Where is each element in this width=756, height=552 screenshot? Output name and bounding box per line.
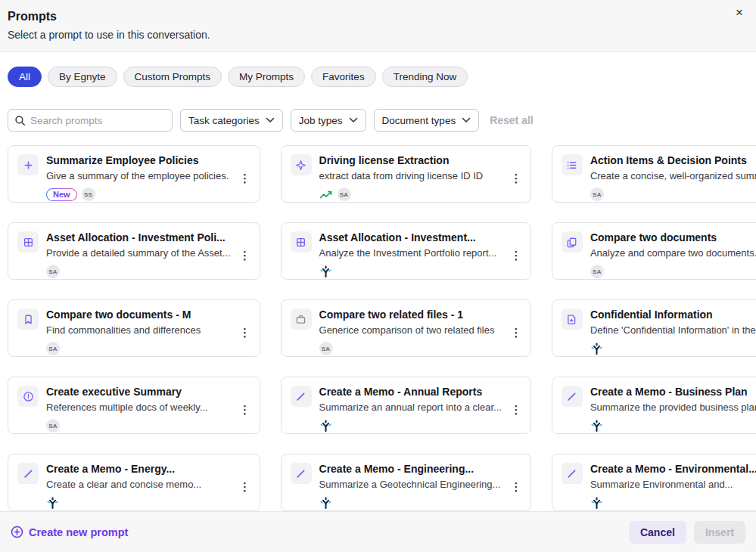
dropdown-document-types[interactable]: Document types <box>374 109 480 132</box>
prompt-title: Action Items & Decision Points <box>590 154 756 167</box>
prompts-dialog: Prompts Select a prompt to use in this c… <box>0 0 756 552</box>
egnyte-logo <box>319 420 332 433</box>
tab-my-prompts[interactable]: My Prompts <box>228 67 305 87</box>
sparkle-icon <box>291 154 312 175</box>
search-input[interactable] <box>30 115 166 126</box>
archive-icon <box>291 309 312 330</box>
prompt-title: Create a Memo - Business Plan <box>590 386 756 398</box>
prompt-card[interactable]: Action Items & Decision Points Create a … <box>552 145 756 203</box>
chevron-down-icon <box>266 117 275 123</box>
prompt-title: Create a Memo - Environmental... <box>590 463 756 476</box>
dropdown-job-types[interactable]: Job types <box>291 109 366 132</box>
prompt-description: Find commonalities and differences <box>46 324 231 336</box>
kebab-menu-icon[interactable]: ⋮ <box>509 232 523 279</box>
filter-bar: Task categoriesJob typesDocument types R… <box>8 109 748 132</box>
chevron-down-icon <box>349 117 358 123</box>
prompt-description: Generice comparison of two related files <box>319 324 502 336</box>
prompt-badges: SA <box>46 419 231 433</box>
user-avatar: SA <box>338 188 351 201</box>
new-badge: New <box>46 188 77 201</box>
prompt-card[interactable]: Asset Allocation - Investment... Analyze… <box>281 222 531 280</box>
egnyte-logo <box>319 497 332 510</box>
kebab-menu-icon[interactable]: ⋮ <box>238 155 252 202</box>
prompt-description: Create a concise, well-organized summar.… <box>590 170 756 182</box>
prompt-description: Analyze the Investment Portfolio report.… <box>319 247 502 259</box>
tab-favorites[interactable]: Favorites <box>311 67 376 87</box>
prompt-badges <box>590 496 756 510</box>
prompt-title: Asset Allocation - Investment Poli... <box>46 231 231 244</box>
prompt-badges: SA <box>46 342 231 355</box>
tab-custom-prompts[interactable]: Custom Prompts <box>123 67 222 87</box>
prompt-card[interactable]: Create a Memo - Energy... Create a clear… <box>8 454 260 511</box>
kebab-menu-icon[interactable]: ⋮ <box>238 386 252 433</box>
user-avatar: SA <box>46 419 60 433</box>
prompt-description: Analyze and compare two documents... <box>590 247 756 259</box>
reset-all-button[interactable]: Reset all <box>490 114 534 126</box>
info-icon <box>17 386 39 407</box>
create-new-prompt-label: Create new prompt <box>29 526 128 538</box>
user-avatar: SA <box>46 342 60 355</box>
plus-icon <box>17 154 39 175</box>
prompt-title: Create executive Summary <box>46 386 231 398</box>
tab-trending-now[interactable]: Trending Now <box>382 67 468 87</box>
prompt-card[interactable]: Compare two documents - M Find commonali… <box>8 299 260 357</box>
prompt-badges: SA <box>319 188 502 201</box>
insert-button[interactable]: Insert <box>694 521 745 544</box>
dropdown-task-categories[interactable]: Task categories <box>180 109 283 132</box>
prompt-card[interactable]: Create a Memo - Business Plan Summarize … <box>552 377 756 434</box>
prompt-description: Summarize the provided business plan int… <box>590 402 756 414</box>
table-icon <box>291 231 312 253</box>
prompt-title: Compare two documents - M <box>46 309 231 321</box>
kebab-menu-icon[interactable]: ⋮ <box>509 155 523 202</box>
kebab-menu-icon[interactable]: ⋮ <box>509 386 523 433</box>
prompt-badges: NewSS <box>46 188 231 201</box>
prompt-card[interactable]: Confidential Information Define 'Confide… <box>552 299 756 357</box>
new-badge-label: New <box>47 189 76 200</box>
prompt-description: Summarize a Geotechnical Engineering... <box>319 479 502 491</box>
prompt-title: Create a Memo - Annual Reports <box>319 386 502 398</box>
prompt-card[interactable]: Compare two related files - 1 Generice c… <box>281 299 531 357</box>
prompt-card[interactable]: Create a Memo - Annual Reports Summarize… <box>281 377 531 434</box>
kebab-menu-icon[interactable]: ⋮ <box>238 232 252 279</box>
create-new-prompt-button[interactable]: Create new prompt <box>11 526 128 538</box>
prompt-badges: SA <box>590 188 756 201</box>
egnyte-logo <box>46 497 59 510</box>
filter-dropdowns: Task categoriesJob typesDocument types <box>180 109 479 132</box>
plus-circle-icon <box>11 526 23 538</box>
prompt-card[interactable]: Asset Allocation - Investment Poli... Pr… <box>8 222 260 280</box>
filter-tabs: AllBy EgnyteCustom PromptsMy PromptsFavo… <box>0 52 756 98</box>
page-title: Prompts <box>8 9 726 24</box>
kebab-menu-icon[interactable]: ⋮ <box>238 309 252 356</box>
user-avatar: SS <box>82 188 95 201</box>
prompt-badges <box>590 419 756 433</box>
file-icon <box>562 309 583 330</box>
user-avatar: SA <box>46 265 60 278</box>
prompt-card[interactable]: Compare two documents Analyze and compar… <box>552 222 756 280</box>
tab-all[interactable]: All <box>8 67 42 87</box>
pencil-icon <box>291 463 312 484</box>
prompt-title: Summarize Employee Policies <box>46 154 231 167</box>
dialog-header: Prompts Select a prompt to use in this c… <box>0 0 756 52</box>
prompt-description: Provide a detailed summary of the Asset.… <box>46 247 231 259</box>
prompt-card[interactable]: Summarize Employee Policies Give a summa… <box>8 145 260 203</box>
prompt-title: Driving license Extraction <box>319 154 502 167</box>
tab-by-egnyte[interactable]: By Egnyte <box>48 67 117 87</box>
prompt-title: Compare two related files - 1 <box>319 309 502 321</box>
chevron-down-icon <box>462 117 471 123</box>
prompt-grid: Summarize Employee Policies Give a summa… <box>8 145 748 511</box>
kebab-menu-icon[interactable]: ⋮ <box>509 309 523 356</box>
prompt-badges: SA <box>319 342 502 355</box>
egnyte-logo <box>319 265 332 278</box>
kebab-menu-icon[interactable]: ⋮ <box>509 464 523 510</box>
prompt-badges <box>319 496 502 510</box>
prompt-card[interactable]: Driving license Extraction extract data … <box>281 145 531 203</box>
kebab-menu-icon[interactable]: ⋮ <box>238 464 252 510</box>
close-icon[interactable]: × <box>730 4 748 22</box>
search-box[interactable] <box>8 109 173 132</box>
prompt-card[interactable]: Create a Memo - Environmental... Summari… <box>552 454 756 511</box>
bookmark-icon <box>17 309 39 330</box>
prompt-card[interactable]: Create a Memo - Engineering... Summarize… <box>281 454 531 511</box>
cancel-button[interactable]: Cancel <box>629 521 686 544</box>
dropdown-label: Task categories <box>188 115 260 126</box>
prompt-card[interactable]: Create executive Summary References mult… <box>8 377 260 434</box>
